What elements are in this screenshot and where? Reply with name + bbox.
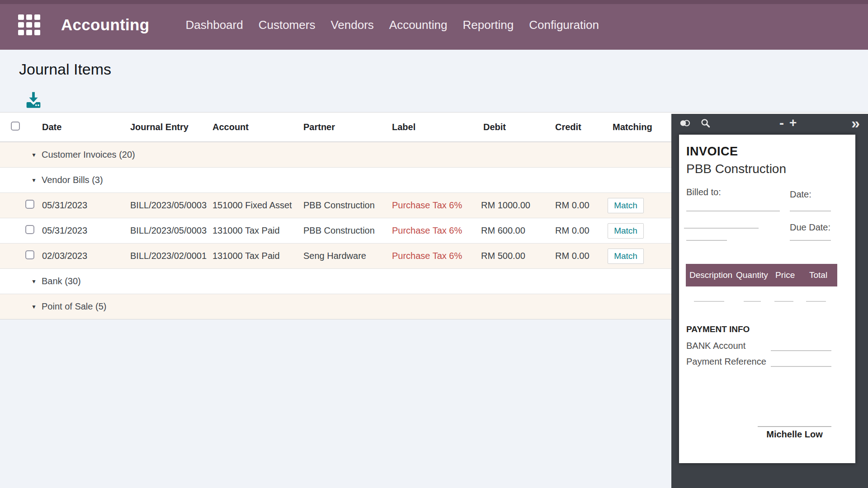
cell-debit: RM 600.00 <box>481 225 555 236</box>
cell-account: 131000 Tax Paid <box>212 251 303 261</box>
match-button[interactable]: Match <box>608 223 644 239</box>
row-select-cell <box>0 200 42 211</box>
item-blank-description <box>694 301 724 302</box>
nav-item-reporting[interactable]: Reporting <box>462 18 514 32</box>
date-label: Date: <box>790 189 811 200</box>
cell-debit: RM 500.00 <box>481 251 555 261</box>
cell-label: Purchase Tax 6% <box>392 251 481 261</box>
col-header-debit[interactable]: Debit <box>481 122 555 132</box>
cell-partner: Seng Hardware <box>303 251 392 261</box>
nav-item-dashboard[interactable]: Dashboard <box>185 18 243 32</box>
items-col-quantity: Quantity <box>736 270 775 280</box>
row-checkbox[interactable] <box>25 250 34 259</box>
cell-credit: RM 0.00 <box>555 200 608 211</box>
cell-credit: RM 0.00 <box>555 251 608 261</box>
cell-partner: PBB Construction <box>303 225 392 236</box>
cell-journal-entry: BILL/2023/05/0003 <box>130 225 212 236</box>
cell-date: 05/31/2023 <box>42 200 130 211</box>
items-col-total: Total <box>809 270 837 280</box>
col-header-credit[interactable]: Credit <box>555 122 608 132</box>
signature-line <box>758 426 831 427</box>
cell-label: Purchase Tax 6% <box>392 225 481 236</box>
invoice-company-name: PBB Construction <box>686 162 786 176</box>
group-expand-triangle-icon: ▼ <box>31 152 38 158</box>
cell-debit: RM 1000.00 <box>481 200 555 211</box>
select-all-cell <box>0 122 42 132</box>
col-header-date[interactable]: Date <box>42 122 130 132</box>
payment-reference-line <box>771 366 831 367</box>
cell-journal-entry: BILL/2023/02/0001 <box>130 251 212 261</box>
zoom-out-icon[interactable]: - <box>779 118 784 127</box>
billed-to-line-1 <box>686 211 780 211</box>
preview-toolbar: - + » <box>671 114 868 132</box>
billed-to-line-3 <box>686 240 727 241</box>
row-checkbox[interactable] <box>25 225 34 234</box>
item-blank-quantity <box>744 301 761 302</box>
group-label: Bank (30) <box>42 276 81 286</box>
items-col-price: Price <box>775 270 809 280</box>
row-checkbox[interactable] <box>25 200 34 209</box>
screen: Accounting Dashboard Customers Vendors A… <box>0 0 868 488</box>
row-select-cell <box>0 250 42 262</box>
invoice-items-header: Description Quantity Price Total <box>686 264 837 286</box>
items-col-description: Description <box>686 270 736 280</box>
col-header-partner[interactable]: Partner <box>303 122 392 132</box>
group-label: Vendor Bills (3) <box>42 175 103 185</box>
document-preview-panel: - + » INVOICE PBB Construction Billed to… <box>671 114 868 488</box>
nav-item-accounting[interactable]: Accounting <box>389 18 448 32</box>
group-label: Point of Sale (5) <box>42 301 106 312</box>
main-menu: Dashboard Customers Vendors Accounting R… <box>185 18 599 32</box>
group-expand-triangle-icon: ▼ <box>31 177 38 183</box>
collapse-panel-icon[interactable]: » <box>851 118 860 127</box>
col-header-journal-entry[interactable]: Journal Entry <box>130 122 212 132</box>
apps-grid-icon[interactable] <box>18 14 40 35</box>
cell-credit: RM 0.00 <box>555 225 608 236</box>
cell-label: Purchase Tax 6% <box>392 200 481 211</box>
cell-date: 05/31/2023 <box>42 225 130 236</box>
top-navbar: Accounting Dashboard Customers Vendors A… <box>0 0 868 50</box>
nav-item-configuration[interactable]: Configuration <box>529 18 599 32</box>
payment-info-title: PAYMENT INFO <box>686 324 750 334</box>
download-button[interactable] <box>23 89 44 111</box>
payment-reference-label: Payment Reference <box>686 357 766 367</box>
billed-to-label: Billed to: <box>686 187 721 197</box>
bank-account-label: BANK Account <box>686 341 745 351</box>
page-title: Journal Items <box>19 61 111 78</box>
toggle-view-icon[interactable] <box>679 119 690 127</box>
group-expand-triangle-icon: ▼ <box>31 278 38 285</box>
app-title: Accounting <box>61 16 149 34</box>
select-all-checkbox[interactable] <box>11 122 20 131</box>
date-line <box>790 211 831 211</box>
billed-to-line-2 <box>684 228 759 229</box>
cell-account: 151000 Fixed Asset <box>212 200 303 211</box>
signature-name: Michelle Low <box>758 429 831 440</box>
match-button[interactable]: Match <box>608 249 644 264</box>
col-header-account[interactable]: Account <box>212 122 303 132</box>
nav-item-vendors[interactable]: Vendors <box>330 18 373 32</box>
group-expand-triangle-icon: ▼ <box>31 304 38 310</box>
due-date-label: Due Date: <box>790 222 830 233</box>
item-blank-price <box>774 301 793 302</box>
group-label: Customer Invoices (20) <box>42 150 135 160</box>
cell-date: 02/03/2023 <box>42 251 130 261</box>
invoice-title: INVOICE <box>686 145 738 159</box>
col-header-label[interactable]: Label <box>392 122 481 132</box>
invoice-preview-page: INVOICE PBB Construction Billed to: Date… <box>679 135 855 463</box>
download-icon <box>23 89 44 110</box>
due-date-line <box>790 240 831 241</box>
cell-account: 131000 Tax Paid <box>212 225 303 236</box>
bank-account-line <box>771 350 831 351</box>
match-button[interactable]: Match <box>608 198 644 213</box>
zoom-in-icon[interactable]: + <box>789 118 797 127</box>
nav-item-customers[interactable]: Customers <box>259 18 316 32</box>
item-blank-total <box>806 301 826 302</box>
search-icon[interactable] <box>700 118 711 128</box>
row-select-cell <box>0 225 42 236</box>
cell-journal-entry: BILL/2023/05/0003 <box>130 200 212 211</box>
cell-partner: PBB Construction <box>303 200 392 211</box>
